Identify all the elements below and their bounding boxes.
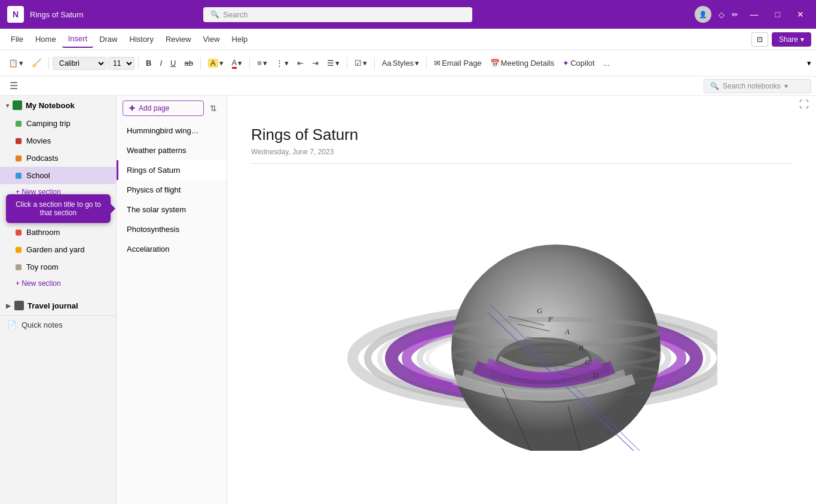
copilot-button[interactable]: ✦ Copilot: [559, 56, 598, 70]
section-camping-trip[interactable]: Camping trip: [0, 115, 116, 132]
page-rings-of-saturn[interactable]: Rings of Saturn: [117, 160, 227, 180]
page-solar-system[interactable]: The solar system: [117, 200, 227, 219]
section-podcasts[interactable]: Podcasts: [0, 149, 116, 167]
menu-review[interactable]: Review: [160, 31, 197, 47]
strikethrough-button[interactable]: ab: [181, 56, 196, 70]
underline-button[interactable]: U: [167, 56, 179, 70]
notebook-icon-travel: [14, 301, 24, 310]
align-icon: ☰: [327, 59, 334, 68]
svg-text:F: F: [548, 314, 554, 323]
hamburger-button[interactable]: ☰: [5, 78, 23, 94]
svg-text:B: B: [579, 343, 583, 352]
maximize-button[interactable]: □: [771, 10, 785, 19]
styles-button[interactable]: Aa Styles ▾: [378, 56, 423, 70]
indent-button[interactable]: ⇥: [308, 56, 322, 70]
italic-button[interactable]: I: [156, 56, 166, 70]
sort-button[interactable]: ⇅: [206, 101, 221, 115]
section-color-podcasts: [16, 155, 22, 161]
eraser-icon: 🧹: [32, 59, 41, 68]
font-size-select[interactable]: 11: [108, 57, 135, 70]
add-page-label: Add page: [139, 104, 169, 112]
section-movies[interactable]: Movies: [0, 132, 116, 149]
checkbox-button[interactable]: ☑▾: [351, 56, 371, 70]
page-photosynthesis[interactable]: Photosynthesis: [117, 219, 227, 239]
menu-view[interactable]: View: [197, 31, 226, 47]
email-icon: ✉: [434, 59, 441, 68]
add-page-button[interactable]: ✚ Add page: [123, 100, 204, 116]
toolbar-sep-1: [48, 57, 49, 69]
menu-history[interactable]: History: [124, 31, 160, 47]
page-title: Rings of Saturn: [251, 126, 792, 144]
email-page-button[interactable]: ✉ Email Page: [430, 56, 485, 70]
svg-text:A: A: [564, 327, 570, 336]
clipboard-icon: 📋: [8, 59, 18, 68]
section-color-garden: [16, 247, 22, 253]
saturn-svg: G F A B C D: [251, 176, 717, 451]
toolbar-expand[interactable]: ▾: [807, 59, 811, 68]
toolbar-sep-7: [426, 57, 427, 69]
section-toy-room[interactable]: Toy room: [0, 258, 116, 276]
section-label-camping: Camping trip: [26, 119, 71, 128]
minimize-button[interactable]: —: [745, 10, 763, 19]
meeting-details-label: Meeting Details: [501, 59, 555, 68]
eraser-button[interactable]: 🧹: [28, 56, 45, 70]
search-bar[interactable]: 🔍 Search: [203, 7, 472, 22]
diamond-icon[interactable]: ◇: [719, 10, 725, 19]
meeting-icon: 📅: [490, 59, 500, 68]
notebook-chevron-travel: ▶: [6, 303, 11, 309]
checkbox-icon: ☑: [354, 59, 362, 68]
menu-right: ⊡ Share ▾: [751, 32, 811, 47]
font-color-icon: A: [232, 58, 237, 69]
font-color-button[interactable]: A▾: [228, 56, 246, 71]
section-color-toy-room: [16, 264, 22, 270]
menu-insert[interactable]: Insert: [62, 30, 94, 48]
pages-toolbar: ✚ Add page ⇅: [117, 96, 227, 121]
page-acceleration[interactable]: Accelaration: [117, 239, 227, 259]
menu-file[interactable]: File: [5, 31, 29, 47]
new-section-house[interactable]: + New section: [0, 276, 116, 291]
section-color-camping: [16, 121, 22, 127]
section-bathroom[interactable]: Bathroom: [0, 224, 116, 241]
content-toolbar: ⛶: [227, 96, 816, 114]
menu-home[interactable]: Home: [29, 31, 62, 47]
bold-button[interactable]: B: [142, 56, 155, 70]
bullets-button[interactable]: ≡▾: [253, 56, 271, 70]
copilot-icon: ✦: [563, 59, 569, 68]
section-garden[interactable]: Garden and yard: [0, 241, 116, 258]
notebook-my-notebook[interactable]: ▾ My Notebook: [0, 96, 116, 115]
font-select[interactable]: Calibri: [53, 57, 106, 70]
avatar[interactable]: 👤: [695, 6, 711, 23]
toolbar-sep-3: [200, 57, 201, 69]
search-placeholder: Search: [223, 10, 247, 19]
section-school[interactable]: School: [0, 167, 116, 184]
menu-help[interactable]: Help: [226, 31, 254, 47]
page-weather[interactable]: Weather patterns: [117, 140, 227, 160]
styles-icon: Aa: [382, 59, 392, 68]
close-button[interactable]: ✕: [792, 10, 809, 19]
menu-draw[interactable]: Draw: [93, 31, 123, 47]
outdent-button[interactable]: ⇤: [294, 56, 307, 70]
meeting-details-button[interactable]: 📅 Meeting Details: [487, 56, 558, 70]
section-label-toy-room: Toy room: [26, 262, 58, 271]
onenote-logo: N: [7, 6, 24, 23]
align-button[interactable]: ☰▾: [323, 56, 343, 70]
tooltip-box: Click a section title to go to that sect…: [6, 194, 111, 223]
page-hummingbird[interactable]: Hummingbird wing…: [117, 121, 227, 140]
immersive-button[interactable]: ⊡: [751, 32, 768, 47]
quick-notes-icon: 📄: [7, 320, 17, 329]
expand-button[interactable]: ⛶: [799, 99, 809, 110]
section-label-garden: Garden and yard: [26, 245, 85, 254]
bullets-icon: ≡: [257, 59, 262, 68]
clipboard-button[interactable]: 📋▾: [5, 56, 27, 70]
share-button[interactable]: Share ▾: [772, 32, 811, 47]
numbering-button[interactable]: ⋮▾: [272, 56, 292, 70]
page-physics[interactable]: Physics of flight: [117, 180, 227, 200]
notebook-travel-journal[interactable]: ▶ Travel journal: [0, 296, 116, 315]
highlight-button[interactable]: A▾: [204, 56, 227, 70]
search-notebooks-bar[interactable]: 🔍 Search notebooks ▾: [704, 79, 811, 93]
share-chevron: ▾: [800, 35, 804, 44]
more-button[interactable]: ...: [600, 56, 613, 70]
toolbar-sep-4: [249, 57, 250, 69]
quick-notes[interactable]: 📄 Quick notes: [0, 315, 116, 334]
pen-icon[interactable]: ✏: [732, 10, 738, 19]
